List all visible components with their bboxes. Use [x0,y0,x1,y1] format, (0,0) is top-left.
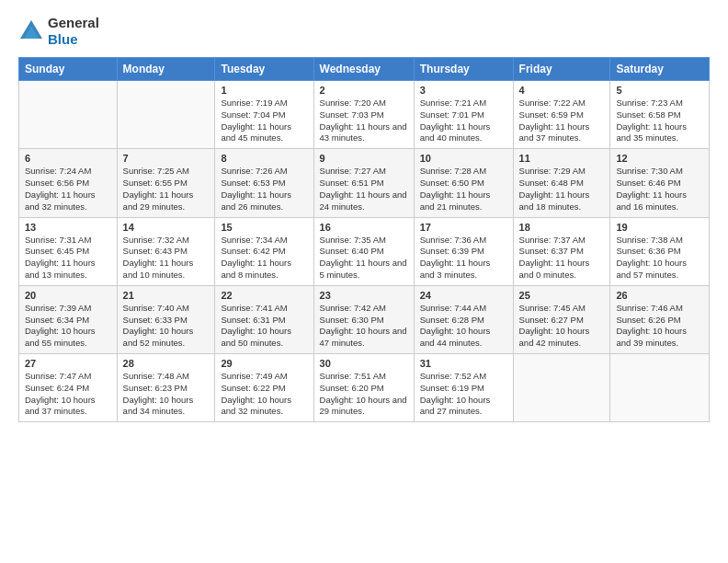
day-number: 1 [221,85,307,96]
day-number: 26 [616,290,703,301]
day-cell: 4Sunrise: 7:22 AMSunset: 6:59 PMDaylight… [513,81,610,149]
day-cell: 8Sunrise: 7:26 AMSunset: 6:53 PMDaylight… [215,149,313,217]
week-row-3: 13Sunrise: 7:31 AMSunset: 6:45 PMDayligh… [19,217,710,285]
day-number: 27 [25,358,111,369]
day-info: Sunrise: 7:22 AMSunset: 6:59 PMDaylight:… [519,98,605,144]
day-cell: 3Sunrise: 7:21 AMSunset: 7:01 PMDaylight… [414,81,513,149]
day-number: 8 [221,153,307,164]
logo-general: General Blue [48,15,99,48]
day-number: 23 [320,290,408,301]
day-info: Sunrise: 7:39 AMSunset: 6:34 PMDaylight:… [25,303,111,350]
day-number: 28 [123,358,210,369]
day-info: Sunrise: 7:31 AMSunset: 6:45 PMDaylight:… [25,235,111,282]
day-info: Sunrise: 7:35 AMSunset: 6:40 PMDaylight:… [320,235,408,282]
day-info: Sunrise: 7:36 AMSunset: 6:39 PMDaylight:… [420,235,507,282]
day-cell: 28Sunrise: 7:48 AMSunset: 6:23 PMDayligh… [117,354,215,422]
day-cell: 16Sunrise: 7:35 AMSunset: 6:40 PMDayligh… [313,217,414,285]
day-cell: 19Sunrise: 7:38 AMSunset: 6:36 PMDayligh… [610,217,710,285]
day-number: 3 [420,85,507,96]
day-info: Sunrise: 7:46 AMSunset: 6:26 PMDaylight:… [616,303,703,350]
day-info: Sunrise: 7:29 AMSunset: 6:48 PMDaylight:… [519,166,605,213]
day-info: Sunrise: 7:48 AMSunset: 6:23 PMDaylight:… [123,371,210,418]
day-cell [19,81,118,149]
day-number: 7 [123,153,210,164]
day-info: Sunrise: 7:27 AMSunset: 6:51 PMDaylight:… [320,166,408,213]
day-number: 10 [420,153,507,164]
weekday-header-monday: Monday [117,58,215,81]
day-cell: 12Sunrise: 7:30 AMSunset: 6:46 PMDayligh… [610,149,710,217]
day-number: 11 [519,153,605,164]
day-info: Sunrise: 7:49 AMSunset: 6:22 PMDaylight:… [221,371,307,418]
day-cell [610,354,710,422]
day-number: 24 [420,290,507,301]
day-cell: 21Sunrise: 7:40 AMSunset: 6:33 PMDayligh… [117,285,215,353]
day-number: 9 [320,153,408,164]
day-number: 25 [519,290,605,301]
weekday-header-thursday: Thursday [414,58,513,81]
day-info: Sunrise: 7:42 AMSunset: 6:30 PMDaylight:… [320,303,408,350]
day-cell: 25Sunrise: 7:45 AMSunset: 6:27 PMDayligh… [513,285,610,353]
day-cell: 2Sunrise: 7:20 AMSunset: 7:03 PMDaylight… [313,81,414,149]
page: General Blue SundayMondayTuesdayWednesda… [0,0,728,563]
day-cell: 10Sunrise: 7:28 AMSunset: 6:50 PMDayligh… [414,149,513,217]
day-number: 29 [221,358,307,369]
day-number: 17 [420,222,507,233]
logo-blue: Blue [48,31,78,47]
day-number: 20 [25,290,111,301]
weekday-header-sunday: Sunday [19,58,118,81]
day-cell: 5Sunrise: 7:23 AMSunset: 6:58 PMDaylight… [610,81,710,149]
day-cell: 23Sunrise: 7:42 AMSunset: 6:30 PMDayligh… [313,285,414,353]
day-number: 4 [519,85,605,96]
week-row-1: 1Sunrise: 7:19 AMSunset: 7:04 PMDaylight… [19,81,710,149]
day-cell [117,81,215,149]
day-info: Sunrise: 7:20 AMSunset: 7:03 PMDaylight:… [320,98,408,144]
day-number: 31 [420,358,507,369]
weekday-header-friday: Friday [513,58,610,81]
day-cell: 1Sunrise: 7:19 AMSunset: 7:04 PMDaylight… [215,81,313,149]
weekday-header-row: SundayMondayTuesdayWednesdayThursdayFrid… [19,58,710,81]
day-info: Sunrise: 7:51 AMSunset: 6:20 PMDaylight:… [320,371,408,418]
day-number: 19 [616,222,703,233]
day-number: 6 [25,153,111,164]
day-cell: 27Sunrise: 7:47 AMSunset: 6:24 PMDayligh… [19,354,118,422]
day-info: Sunrise: 7:44 AMSunset: 6:28 PMDaylight:… [420,303,507,350]
weekday-header-wednesday: Wednesday [313,58,414,81]
day-cell: 15Sunrise: 7:34 AMSunset: 6:42 PMDayligh… [215,217,313,285]
day-number: 5 [616,85,703,96]
day-number: 21 [123,290,210,301]
header: General Blue [18,15,710,48]
day-number: 2 [320,85,408,96]
day-info: Sunrise: 7:45 AMSunset: 6:27 PMDaylight:… [519,303,605,350]
day-info: Sunrise: 7:37 AMSunset: 6:37 PMDaylight:… [519,235,605,282]
week-row-2: 6Sunrise: 7:24 AMSunset: 6:56 PMDaylight… [19,149,710,217]
day-number: 18 [519,222,605,233]
day-info: Sunrise: 7:19 AMSunset: 7:04 PMDaylight:… [221,98,307,144]
day-cell: 11Sunrise: 7:29 AMSunset: 6:48 PMDayligh… [513,149,610,217]
day-info: Sunrise: 7:25 AMSunset: 6:55 PMDaylight:… [123,166,210,213]
day-cell [513,354,610,422]
day-cell: 6Sunrise: 7:24 AMSunset: 6:56 PMDaylight… [19,149,118,217]
day-cell: 14Sunrise: 7:32 AMSunset: 6:43 PMDayligh… [117,217,215,285]
day-info: Sunrise: 7:40 AMSunset: 6:33 PMDaylight:… [123,303,210,350]
logo: General Blue [18,15,99,48]
day-cell: 17Sunrise: 7:36 AMSunset: 6:39 PMDayligh… [414,217,513,285]
day-number: 13 [25,222,111,233]
day-cell: 31Sunrise: 7:52 AMSunset: 6:19 PMDayligh… [414,354,513,422]
day-info: Sunrise: 7:30 AMSunset: 6:46 PMDaylight:… [616,166,703,213]
week-row-4: 20Sunrise: 7:39 AMSunset: 6:34 PMDayligh… [19,285,710,353]
day-cell: 18Sunrise: 7:37 AMSunset: 6:37 PMDayligh… [513,217,610,285]
day-info: Sunrise: 7:34 AMSunset: 6:42 PMDaylight:… [221,235,307,282]
day-number: 15 [221,222,307,233]
day-info: Sunrise: 7:24 AMSunset: 6:56 PMDaylight:… [25,166,111,213]
day-number: 22 [221,290,307,301]
day-number: 30 [320,358,408,369]
day-cell: 13Sunrise: 7:31 AMSunset: 6:45 PMDayligh… [19,217,118,285]
day-info: Sunrise: 7:52 AMSunset: 6:19 PMDaylight:… [420,371,507,418]
day-number: 14 [123,222,210,233]
day-info: Sunrise: 7:32 AMSunset: 6:43 PMDaylight:… [123,235,210,282]
day-cell: 20Sunrise: 7:39 AMSunset: 6:34 PMDayligh… [19,285,118,353]
week-row-5: 27Sunrise: 7:47 AMSunset: 6:24 PMDayligh… [19,354,710,422]
day-cell: 9Sunrise: 7:27 AMSunset: 6:51 PMDaylight… [313,149,414,217]
logo-icon [18,18,44,44]
day-cell: 26Sunrise: 7:46 AMSunset: 6:26 PMDayligh… [610,285,710,353]
